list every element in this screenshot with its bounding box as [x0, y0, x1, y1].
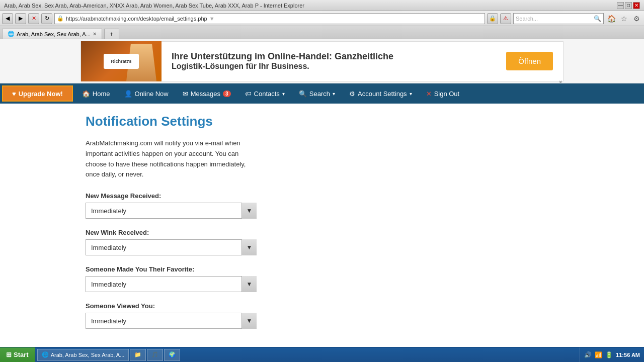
ad-image: Richratt's [81, 41, 162, 81]
tab-close-button[interactable]: ✕ [93, 31, 97, 37]
start-button[interactable]: ⊞ Start [0, 347, 35, 355]
taskbar-items: 🌐 Arab, Arab Sex, Sex Arab, A... 📁 🎵 🌍 [35, 348, 580, 355]
danger-icon: ⚠ [500, 13, 511, 24]
taskbar-app-media[interactable]: 🎵 [147, 349, 163, 355]
favorite-select-wrapper: Immediately Once Daily Never ▼ [86, 276, 257, 292]
tab-label: Arab, Arab Sex, Sex Arab, A... [17, 31, 91, 37]
search-icon[interactable]: 🔍 [594, 15, 601, 22]
taskbar-app-explorer[interactable]: 📁 [130, 349, 146, 355]
ad-content: Richratt's Ihre Unterstützung im Online-… [80, 41, 564, 81]
nav-item-home[interactable]: 🏠 Home [75, 83, 117, 104]
nav-item-messages[interactable]: ✉ Messages 3 [176, 83, 238, 104]
lock-icon: 🔒 [487, 13, 498, 24]
volume-icon[interactable]: 🔊 [584, 351, 592, 355]
browser-icon: 🌍 [169, 351, 176, 355]
browser-titlebar: Arab, Arab Sex, Sex Arab, Arab-American,… [0, 0, 644, 11]
star-icon[interactable]: ☆ [618, 13, 629, 24]
nav-item-search[interactable]: 🔍 Search ▾ [292, 83, 342, 104]
top-ad-banner: Richratt's Ihre Unterstützung im Online-… [0, 39, 644, 83]
messages-badge: 3 [223, 90, 231, 97]
nav-item-contacts[interactable]: 🏷 Contacts ▾ [238, 83, 292, 104]
new-message-select[interactable]: Immediately Once Daily Never [86, 203, 257, 219]
tag-icon: 🏷 [245, 90, 252, 98]
taskbar: ⊞ Start 🌐 Arab, Arab Sex, Sex Arab, A...… [0, 347, 644, 355]
setting-viewed: Someone Viewed You: Immediately Once Dai… [86, 302, 644, 329]
viewed-select[interactable]: Immediately Once Daily Never [86, 313, 257, 329]
window-controls[interactable]: — □ ✕ [617, 2, 640, 9]
windows-icon: ⊞ [6, 351, 12, 355]
envelope-icon: ✉ [183, 90, 188, 98]
stop-button[interactable]: ✕ [28, 13, 39, 24]
upgrade-now-button[interactable]: ♥ Upgrade Now! [2, 85, 73, 102]
browser-extra-icons: 🏠 ☆ ⚙ [606, 13, 642, 24]
nav-item-account-settings[interactable]: ⚙ Account Settings ▾ [342, 83, 419, 104]
user-icon: 👤 [124, 90, 132, 98]
browser-toolbar: ◀ ▶ ✕ ↻ 🔒 https://arabmatchmaking.com/de… [0, 11, 644, 26]
ad-text: Ihre Unterstützung im Online-Handel: Gan… [162, 51, 506, 71]
search-bar[interactable]: Search... 🔍 [513, 13, 604, 24]
minimize-button[interactable]: — [617, 2, 624, 9]
heart-icon: ♥ [12, 90, 16, 98]
taskbar-app-ie[interactable]: 🌐 Arab, Arab Sex, Sex Arab, A... [37, 349, 129, 355]
viewed-select-wrapper: Immediately Once Daily Never ▼ [86, 313, 257, 329]
ad-button[interactable]: Öffnen [506, 52, 553, 70]
taskbar-app-browser2[interactable]: 🌍 [164, 349, 180, 355]
ad-text-line1: Ihre Unterstützung im Online-Handel: Gan… [172, 51, 496, 62]
new-message-select-wrapper: Immediately Once Daily Never ▼ [86, 203, 257, 219]
page-description: ArabMatchmaking.com will notify you via … [86, 138, 257, 180]
viewed-label: Someone Viewed You: [86, 302, 644, 310]
refresh-button[interactable]: ↻ [41, 13, 52, 24]
clock: 11:56 AM [616, 352, 640, 355]
new-wink-select-wrapper: Immediately Once Daily Never ▼ [86, 239, 257, 255]
new-wink-select[interactable]: Immediately Once Daily Never [86, 239, 257, 255]
restore-button[interactable]: □ [625, 2, 632, 9]
taskbar-tray: 🔊 📶 🔋 11:56 AM [580, 347, 644, 355]
new-message-label: New Message Received: [86, 192, 644, 200]
sign-out-icon: ✕ [426, 90, 432, 98]
new-tab-button[interactable]: + [104, 29, 119, 39]
settings-browser-icon[interactable]: ⚙ [631, 13, 642, 24]
ad-logo: Richratt's [104, 54, 139, 69]
main-content: Notification Settings ArabMatchmaking.co… [0, 104, 644, 329]
setting-new-message: New Message Received: Immediately Once D… [86, 192, 644, 219]
home-browser-icon[interactable]: 🏠 [606, 13, 617, 24]
home-nav-icon: 🏠 [82, 90, 90, 98]
forward-button[interactable]: ▶ [15, 13, 26, 24]
address-bar[interactable]: 🔒 https://arabmatchmaking.com/desktop/em… [54, 13, 485, 24]
favorite-select[interactable]: Immediately Once Daily Never [86, 276, 257, 292]
gear-icon: ⚙ [349, 90, 355, 98]
media-icon: 🎵 [151, 351, 158, 355]
nav-bar: ♥ Upgrade Now! 🏠 Home 👤 Online Now ✉ Mes… [0, 83, 644, 104]
contacts-chevron-icon: ▾ [282, 91, 285, 97]
page-title: Notification Settings [86, 114, 644, 129]
url-text: https://arabmatchmaking.com/desktop/emai… [66, 16, 207, 22]
nav-item-sign-out[interactable]: ✕ Sign Out [419, 83, 467, 104]
network-icon[interactable]: 📶 [595, 351, 602, 355]
ad-text-line2: Logistik-Lösungen für Ihr Business. [172, 62, 496, 71]
close-button[interactable]: ✕ [633, 2, 640, 9]
ie-icon: 🌐 [42, 351, 49, 355]
folder-icon: 📁 [134, 351, 141, 355]
battery-icon[interactable]: 🔋 [605, 351, 613, 355]
favorite-label: Someone Made You Their Favorite: [86, 265, 644, 273]
account-chevron-icon: ▾ [410, 91, 412, 97]
tab-bar: 🌐 Arab, Arab Sex, Sex Arab, A... ✕ + [0, 26, 644, 39]
tab-favicon: 🌐 [8, 31, 15, 37]
browser-title: Arab, Arab Sex, Sex Arab, Arab-American,… [4, 3, 617, 9]
setting-new-wink: New Wink Received: Immediately Once Dail… [86, 229, 644, 255]
search-nav-icon: 🔍 [299, 90, 307, 98]
setting-favorite: Someone Made You Their Favorite: Immedia… [86, 265, 644, 292]
search-placeholder: Search... [516, 16, 538, 22]
back-button[interactable]: ◀ [2, 13, 13, 24]
search-chevron-icon: ▾ [333, 91, 335, 97]
new-wink-label: New Wink Received: [86, 229, 644, 236]
ad-close-icon[interactable]: ✕ [558, 79, 562, 83]
active-tab[interactable]: 🌐 Arab, Arab Sex, Sex Arab, A... ✕ [2, 29, 102, 39]
nav-item-online-now[interactable]: 👤 Online Now [117, 83, 176, 104]
